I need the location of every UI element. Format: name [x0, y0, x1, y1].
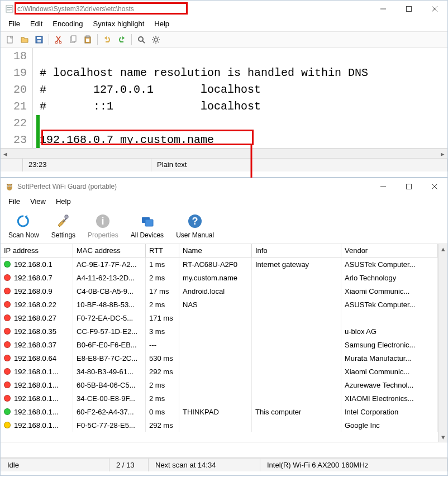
window-title: c:\Windows\System32\drivers\etc\hosts [17, 5, 370, 13]
maximize-button[interactable] [396, 178, 422, 195]
svg-rect-12 [37, 40, 41, 42]
menu-help[interactable]: Help [51, 196, 75, 207]
svg-rect-20 [86, 36, 89, 37]
status-dot-icon [4, 314, 11, 321]
table-row[interactable]: 192.168.0.2210-BF-48-8B-53...2 msNASASUS… [1, 298, 438, 311]
redo-icon[interactable] [116, 34, 128, 46]
scroll-up-icon[interactable]: ▴ [439, 244, 447, 254]
properties-button[interactable]: i Properties [84, 211, 122, 240]
column-name[interactable]: Name [179, 244, 252, 257]
cut-icon[interactable] [53, 34, 65, 46]
close-button[interactable] [422, 1, 447, 17]
table-row[interactable]: 192.168.0.1...34-80-B3-49-61...292 msXia… [1, 365, 438, 378]
svg-rect-11 [37, 37, 41, 39]
column-mac-address[interactable]: MAC address [73, 244, 146, 257]
svg-line-32 [158, 37, 159, 38]
horizontal-scrollbar[interactable]: ◂ ▸ [1, 149, 447, 158]
app-icon [5, 4, 14, 13]
vertical-scrollbar[interactable]: ▴ ▾ [438, 244, 447, 442]
status-next-scan: Next scan at 14:34 [149, 459, 260, 471]
table-row[interactable]: 192.168.0.1...60-F2-62-A4-37...0 msTHINK… [1, 405, 438, 418]
open-file-icon[interactable] [18, 34, 31, 46]
svg-rect-1 [7, 7, 12, 8]
editor-area[interactable]: 181920212223 # localhost name resolution… [1, 48, 447, 149]
column-vendor[interactable]: Vendor [341, 244, 438, 257]
cursor-position: 23:23 [23, 159, 151, 171]
undo-icon[interactable] [101, 34, 113, 46]
minimize-button[interactable] [370, 1, 396, 17]
code-content[interactable]: # localhost name resolution is handled w… [33, 48, 447, 148]
svg-point-22 [139, 37, 143, 41]
scan-now-button[interactable]: Scan Now [5, 211, 42, 240]
blank-panel [1, 442, 447, 458]
svg-rect-48 [145, 220, 153, 226]
wifiguard-statusbar: Idle 2 / 13 Next scan at 14:34 Intel(R) … [1, 458, 447, 471]
wifiguard-toolbar: Scan Now Settings i Properties All Devic… [1, 209, 447, 244]
menu-encoding[interactable]: Encoding [48, 18, 87, 29]
status-dot-icon [4, 274, 11, 281]
owl-icon [5, 182, 14, 191]
scroll-right-icon[interactable]: ▸ [438, 149, 447, 158]
svg-rect-40 [407, 184, 412, 189]
status-dot-icon [4, 261, 11, 268]
settings-button[interactable]: Settings [48, 211, 79, 240]
table-row[interactable]: 192.168.0.27F0-72-EA-DC-5...171 ms [1, 311, 438, 325]
table-row[interactable]: 192.168.0.35CC-F9-57-1D-E2...3 msu-blox … [1, 325, 438, 338]
paste-icon[interactable] [82, 34, 94, 46]
svg-point-24 [154, 38, 158, 41]
column-ip-address[interactable]: IP address [1, 244, 73, 257]
wifiguard-window: SoftPerfect WiFi Guard (portable) FileVi… [0, 178, 448, 476]
find-icon[interactable] [135, 34, 147, 46]
scan-icon [15, 212, 32, 230]
table-row[interactable]: 192.168.0.1...60-5B-B4-06-C5...2 msAzure… [1, 378, 438, 392]
table-header[interactable]: IP addressMAC addressRTTNameInfoVendor [1, 244, 438, 257]
user-manual-button[interactable]: ? User Manual [173, 211, 217, 240]
table-row[interactable]: 192.168.0.64E8-E8-B7-7C-2C...530 msMurat… [1, 351, 438, 365]
notepad-statusbar: 23:23 Plain text [1, 158, 447, 171]
menu-syntax-highlight[interactable]: Syntax highlight [89, 18, 149, 29]
wifiguard-menubar: FileViewHelp [1, 195, 447, 209]
table-row[interactable]: 192.168.0.1...34-CE-00-E8-9F...2 msXIAOM… [1, 392, 438, 405]
svg-rect-3 [7, 11, 10, 11]
notepad-titlebar[interactable]: c:\Windows\System32\drivers\etc\hosts [1, 1, 447, 17]
line-gutter: 181920212223 [1, 48, 33, 148]
table-row[interactable]: 192.168.0.7A4-11-62-13-2D...2 msmy.custo… [1, 271, 438, 284]
wifiguard-titlebar[interactable]: SoftPerfect WiFi Guard (portable) [1, 178, 447, 195]
new-file-icon[interactable] [4, 34, 16, 46]
status-dot-icon [4, 288, 11, 294]
settings-icon[interactable] [150, 34, 162, 46]
column-info[interactable]: Info [252, 244, 341, 257]
notepad-menubar: FileEditEncodingSyntax highlightHelp [1, 17, 447, 31]
help-icon: ? [186, 212, 204, 230]
maximize-button[interactable] [396, 1, 422, 17]
scroll-left-icon[interactable]: ◂ [1, 149, 10, 158]
close-button[interactable] [422, 178, 447, 195]
devices-icon [138, 212, 156, 230]
menu-help[interactable]: Help [150, 18, 174, 29]
svg-line-31 [153, 42, 154, 43]
menu-file[interactable]: File [4, 18, 25, 29]
status-dot-icon [4, 381, 11, 388]
table-row[interactable]: 192.168.0.9C4-0B-CB-A5-9...17 msAndroid.… [1, 284, 438, 298]
status-dot-icon [4, 408, 11, 415]
save-file-icon[interactable] [33, 34, 45, 46]
table-row[interactable]: 192.168.0.1...F0-5C-77-28-E5...292 msGoo… [1, 418, 438, 432]
copy-icon[interactable] [67, 34, 79, 46]
svg-rect-21 [86, 39, 89, 42]
svg-point-37 [8, 185, 8, 186]
syntax-mode: Plain text [151, 159, 447, 171]
window-title: SoftPerfect WiFi Guard (portable) [17, 183, 370, 190]
minimize-button[interactable] [370, 178, 396, 195]
table-row[interactable]: 192.168.0.1AC-9E-17-7F-A2...1 msRT-AC68U… [1, 257, 438, 271]
column-rtt[interactable]: RTT [146, 244, 179, 257]
table-row[interactable]: 192.168.0.37B0-6F-E0-F6-EB...---Samsung … [1, 338, 438, 351]
all-devices-button[interactable]: All Devices [127, 211, 167, 240]
menu-view[interactable]: View [26, 196, 50, 207]
menu-file[interactable]: File [4, 196, 25, 207]
status-dot-icon [4, 395, 11, 402]
menu-edit[interactable]: Edit [26, 18, 47, 29]
svg-point-38 [10, 185, 11, 186]
scroll-down-icon[interactable]: ▾ [439, 432, 447, 442]
svg-rect-43 [65, 215, 68, 218]
svg-text:?: ? [192, 216, 198, 227]
